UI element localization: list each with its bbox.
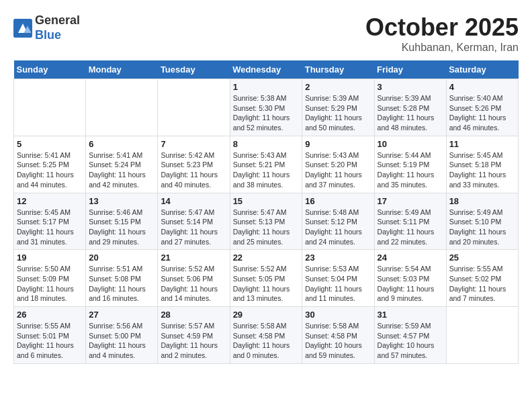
day-number: 26 — [17, 310, 83, 320]
day-number: 1 — [233, 82, 300, 92]
calendar-cell: 29Sunrise: 5:58 AMSunset: 4:58 PMDayligh… — [230, 307, 302, 364]
day-info: Sunrise: 5:49 AMSunset: 5:11 PMDaylight:… — [378, 208, 443, 247]
day-number: 23 — [305, 253, 371, 263]
calendar-cell: 6Sunrise: 5:41 AMSunset: 5:24 PMDaylight… — [86, 136, 158, 193]
calendar-cell: 20Sunrise: 5:51 AMSunset: 5:08 PMDayligh… — [86, 250, 158, 307]
logo: General Blue — [13, 13, 80, 42]
day-number: 12 — [17, 196, 83, 206]
calendar-cell: 14Sunrise: 5:47 AMSunset: 5:14 PMDayligh… — [158, 193, 230, 250]
calendar-cell: 26Sunrise: 5:55 AMSunset: 5:01 PMDayligh… — [14, 307, 86, 364]
day-info: Sunrise: 5:45 AMSunset: 5:17 PMDaylight:… — [17, 208, 83, 247]
day-number: 24 — [378, 253, 443, 263]
day-info: Sunrise: 5:43 AMSunset: 5:21 PMDaylight:… — [233, 150, 300, 190]
calendar-cell: 8Sunrise: 5:43 AMSunset: 5:21 PMDaylight… — [230, 136, 302, 193]
calendar-cell: 27Sunrise: 5:56 AMSunset: 5:00 PMDayligh… — [86, 307, 158, 364]
calendar-cell: 4Sunrise: 5:40 AMSunset: 5:26 PMDaylight… — [446, 79, 518, 136]
day-number: 21 — [161, 253, 226, 263]
day-info: Sunrise: 5:44 AMSunset: 5:19 PMDaylight:… — [378, 150, 443, 190]
day-number: 17 — [378, 196, 443, 206]
calendar-week-row: 5Sunrise: 5:41 AMSunset: 5:25 PMDaylight… — [14, 136, 519, 193]
day-info: Sunrise: 5:48 AMSunset: 5:12 PMDaylight:… — [305, 208, 371, 247]
day-number: 27 — [89, 310, 154, 320]
day-number: 8 — [233, 139, 300, 149]
weekday-header-tuesday: Tuesday — [158, 60, 230, 79]
calendar-cell: 22Sunrise: 5:52 AMSunset: 5:05 PMDayligh… — [230, 250, 302, 307]
day-number: 28 — [161, 310, 226, 320]
day-number: 19 — [17, 253, 83, 263]
calendar-cell — [446, 307, 518, 364]
calendar-cell: 2Sunrise: 5:39 AMSunset: 5:29 PMDaylight… — [302, 79, 374, 136]
calendar-cell: 12Sunrise: 5:45 AMSunset: 5:17 PMDayligh… — [14, 193, 86, 250]
day-number: 14 — [161, 196, 226, 206]
month-title: October 2025 — [365, 13, 519, 42]
day-number: 9 — [305, 139, 371, 149]
day-info: Sunrise: 5:38 AMSunset: 5:30 PMDaylight:… — [233, 93, 300, 133]
calendar-cell: 25Sunrise: 5:55 AMSunset: 5:02 PMDayligh… — [446, 250, 518, 307]
day-number: 20 — [89, 253, 154, 263]
day-info: Sunrise: 5:49 AMSunset: 5:10 PMDaylight:… — [449, 208, 515, 247]
day-number: 5 — [17, 139, 83, 149]
calendar-cell: 10Sunrise: 5:44 AMSunset: 5:19 PMDayligh… — [374, 136, 446, 193]
day-number: 11 — [449, 139, 515, 149]
title-block: October 2025 Kuhbanan, Kerman, Iran — [365, 13, 519, 54]
day-number: 2 — [305, 82, 371, 92]
day-info: Sunrise: 5:45 AMSunset: 5:18 PMDaylight:… — [449, 150, 515, 190]
calendar-cell: 11Sunrise: 5:45 AMSunset: 5:18 PMDayligh… — [446, 136, 518, 193]
day-info: Sunrise: 5:46 AMSunset: 5:15 PMDaylight:… — [89, 208, 154, 247]
day-number: 3 — [378, 82, 443, 92]
page-header: General Blue October 2025 Kuhbanan, Kerm… — [13, 13, 519, 54]
calendar-cell: 28Sunrise: 5:57 AMSunset: 4:59 PMDayligh… — [158, 307, 230, 364]
day-info: Sunrise: 5:47 AMSunset: 5:14 PMDaylight:… — [161, 208, 226, 247]
day-number: 30 — [305, 310, 371, 320]
day-number: 10 — [378, 139, 443, 149]
calendar-cell: 30Sunrise: 5:58 AMSunset: 4:58 PMDayligh… — [302, 307, 374, 364]
day-number: 22 — [233, 253, 300, 263]
day-number: 16 — [305, 196, 371, 206]
calendar-cell: 9Sunrise: 5:43 AMSunset: 5:20 PMDaylight… — [302, 136, 374, 193]
day-info: Sunrise: 5:52 AMSunset: 5:05 PMDaylight:… — [233, 264, 300, 304]
day-info: Sunrise: 5:39 AMSunset: 5:28 PMDaylight:… — [378, 93, 443, 133]
day-number: 13 — [89, 196, 154, 206]
day-info: Sunrise: 5:53 AMSunset: 5:04 PMDaylight:… — [305, 264, 371, 304]
calendar-cell: 15Sunrise: 5:47 AMSunset: 5:13 PMDayligh… — [230, 193, 302, 250]
calendar-cell: 7Sunrise: 5:42 AMSunset: 5:23 PMDaylight… — [158, 136, 230, 193]
day-info: Sunrise: 5:52 AMSunset: 5:06 PMDaylight:… — [161, 264, 226, 304]
day-number: 7 — [161, 139, 226, 149]
day-number: 25 — [449, 253, 515, 263]
calendar-cell — [158, 79, 230, 136]
day-info: Sunrise: 5:42 AMSunset: 5:23 PMDaylight:… — [161, 150, 226, 190]
day-info: Sunrise: 5:50 AMSunset: 5:09 PMDaylight:… — [17, 264, 83, 304]
calendar-cell — [86, 79, 158, 136]
day-info: Sunrise: 5:54 AMSunset: 5:03 PMDaylight:… — [378, 264, 443, 304]
day-info: Sunrise: 5:59 AMSunset: 4:57 PMDaylight:… — [378, 321, 443, 361]
day-number: 4 — [449, 82, 515, 92]
day-number: 31 — [378, 310, 443, 320]
day-info: Sunrise: 5:43 AMSunset: 5:20 PMDaylight:… — [305, 150, 371, 190]
day-info: Sunrise: 5:55 AMSunset: 5:02 PMDaylight:… — [449, 264, 515, 304]
day-number: 6 — [89, 139, 154, 149]
calendar-header-row: SundayMondayTuesdayWednesdayThursdayFrid… — [14, 60, 519, 79]
calendar-cell: 1Sunrise: 5:38 AMSunset: 5:30 PMDaylight… — [230, 79, 302, 136]
day-info: Sunrise: 5:57 AMSunset: 4:59 PMDaylight:… — [161, 321, 226, 361]
weekday-header-wednesday: Wednesday — [230, 60, 302, 79]
day-info: Sunrise: 5:40 AMSunset: 5:26 PMDaylight:… — [449, 93, 515, 133]
weekday-header-saturday: Saturday — [446, 60, 518, 79]
day-info: Sunrise: 5:51 AMSunset: 5:08 PMDaylight:… — [89, 264, 154, 304]
calendar-table: SundayMondayTuesdayWednesdayThursdayFrid… — [13, 60, 519, 364]
day-number: 29 — [233, 310, 300, 320]
calendar-week-row: 26Sunrise: 5:55 AMSunset: 5:01 PMDayligh… — [14, 307, 519, 364]
calendar-cell: 18Sunrise: 5:49 AMSunset: 5:10 PMDayligh… — [446, 193, 518, 250]
calendar-cell: 5Sunrise: 5:41 AMSunset: 5:25 PMDaylight… — [14, 136, 86, 193]
calendar-cell — [14, 79, 86, 136]
calendar-cell: 17Sunrise: 5:49 AMSunset: 5:11 PMDayligh… — [374, 193, 446, 250]
calendar-cell: 23Sunrise: 5:53 AMSunset: 5:04 PMDayligh… — [302, 250, 374, 307]
calendar-cell: 13Sunrise: 5:46 AMSunset: 5:15 PMDayligh… — [86, 193, 158, 250]
calendar-week-row: 1Sunrise: 5:38 AMSunset: 5:30 PMDaylight… — [14, 79, 519, 136]
location-subtitle: Kuhbanan, Kerman, Iran — [365, 42, 519, 54]
weekday-header-monday: Monday — [86, 60, 158, 79]
weekday-header-friday: Friday — [374, 60, 446, 79]
calendar-cell: 16Sunrise: 5:48 AMSunset: 5:12 PMDayligh… — [302, 193, 374, 250]
calendar-cell: 31Sunrise: 5:59 AMSunset: 4:57 PMDayligh… — [374, 307, 446, 364]
calendar-cell: 21Sunrise: 5:52 AMSunset: 5:06 PMDayligh… — [158, 250, 230, 307]
day-number: 15 — [233, 196, 300, 206]
